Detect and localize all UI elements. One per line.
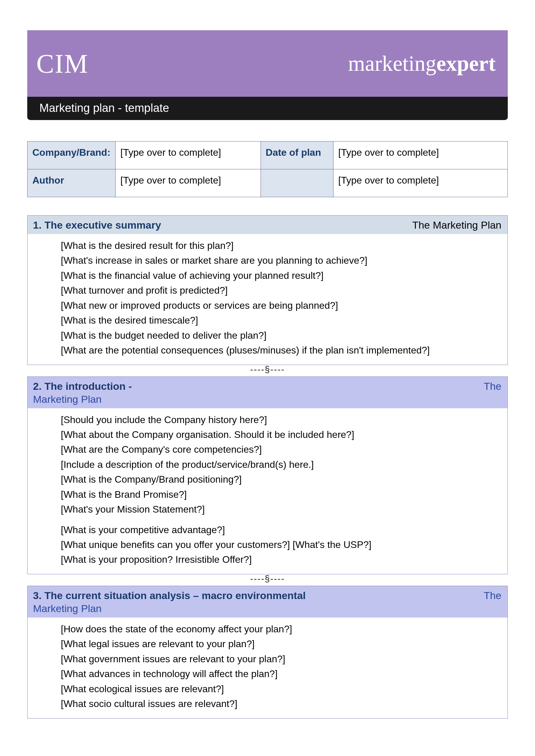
question-list: [Should you include the Company history … — [28, 408, 507, 574]
question-item[interactable]: [What is your competitive advantage?] — [61, 523, 501, 537]
question-list: [What is the desired result for this pla… — [28, 234, 507, 365]
info-label-author: Author — [28, 169, 116, 197]
info-value-extra[interactable]: [Type over to complete] — [333, 169, 507, 197]
question-item[interactable]: [What are the potential consequences (pl… — [61, 343, 501, 357]
section-right-label: The — [484, 590, 501, 602]
section-right-label: The Marketing Plan — [412, 219, 501, 231]
brand-bold: expert — [436, 51, 496, 76]
question-item[interactable]: [What is the Brand Promise?] — [61, 488, 501, 501]
question-item[interactable]: [What is the budget needed to deliver th… — [61, 329, 501, 342]
question-item[interactable]: [What is the desired result for this pla… — [61, 239, 501, 253]
table-row: Author [Type over to complete] [Type ove… — [28, 169, 508, 197]
section-header: 1. The executive summary The Marketing P… — [28, 216, 507, 234]
info-value-date[interactable]: [Type over to complete] — [333, 142, 507, 169]
section-trail: Marketing Plan — [33, 392, 502, 405]
info-value-company[interactable]: [Type over to complete] — [115, 142, 261, 169]
info-label-company: Company/Brand: — [28, 142, 116, 169]
section-title: 3. The current situation analysis – macr… — [33, 590, 306, 601]
section-separator: ----§---- — [27, 364, 508, 375]
logo: CIM — [36, 48, 88, 79]
info-label-date: Date of plan — [261, 142, 333, 169]
info-value-author[interactable]: [Type over to complete] — [115, 169, 261, 197]
logo-text: CIM — [36, 48, 88, 79]
info-label-blank — [261, 169, 333, 197]
question-item[interactable]: [What is the Company/Brand positioning?] — [61, 472, 501, 486]
section-right-label: The — [484, 380, 501, 392]
section-introduction: 2. The introduction - The Marketing Plan… — [27, 376, 508, 574]
brand-wordmark: marketingexpert — [348, 51, 496, 76]
section-situation-analysis: 3. The current situation analysis – macr… — [27, 586, 508, 718]
section-executive-summary: 1. The executive summary The Marketing P… — [27, 215, 508, 365]
question-item[interactable]: [What is the desired timescale?] — [61, 313, 501, 327]
document-title: Marketing plan - template — [39, 102, 169, 114]
question-group-gap — [61, 518, 501, 522]
question-item[interactable]: [What unique benefits can you offer your… — [61, 538, 501, 552]
question-item[interactable]: [How does the state of the economy affec… — [61, 622, 501, 636]
info-table: Company/Brand: [Type over to complete] D… — [27, 141, 508, 197]
section-title: 2. The introduction - — [33, 380, 132, 392]
question-item[interactable]: [Include a description of the product/se… — [61, 458, 501, 472]
question-item[interactable]: [What are the Company's core competencie… — [61, 443, 501, 456]
question-item[interactable]: [What is the financial value of achievin… — [61, 269, 501, 283]
section-trail: Marketing Plan — [33, 602, 502, 614]
question-item[interactable]: [What is your proposition? Irresistible … — [61, 553, 501, 566]
question-item[interactable]: [What turnover and profit is predicted?] — [61, 284, 501, 297]
question-item[interactable]: [Should you include the Company history … — [61, 413, 501, 427]
section-header: 3. The current situation analysis – macr… — [28, 586, 507, 617]
section-separator: ----§---- — [27, 574, 508, 584]
banner: CIM marketingexpert — [27, 30, 508, 97]
brand-prefix: marketing — [348, 51, 436, 76]
question-list: [How does the state of the economy affec… — [28, 617, 507, 718]
question-item[interactable]: [What new or improved products or servic… — [61, 299, 501, 312]
section-title: 1. The executive summary — [33, 219, 161, 231]
question-item[interactable]: [What socio cultural issues are relevant… — [61, 697, 501, 711]
question-item[interactable]: [What ecological issues are relevant?] — [61, 682, 501, 696]
section-header: 2. The introduction - The Marketing Plan — [28, 377, 507, 408]
document-title-bar: Marketing plan - template — [27, 96, 508, 120]
question-item[interactable]: [What's your Mission Statement?] — [61, 502, 501, 516]
question-item[interactable]: [What legal issues are relevant to your … — [61, 637, 501, 651]
question-item[interactable]: [What's increase in sales or market shar… — [61, 254, 501, 267]
question-item[interactable]: [What about the Company organisation. Sh… — [61, 428, 501, 442]
table-row: Company/Brand: [Type over to complete] D… — [28, 142, 508, 169]
question-item[interactable]: [What advances in technology will affect… — [61, 667, 501, 681]
question-item[interactable]: [What government issues are relevant to … — [61, 652, 501, 666]
